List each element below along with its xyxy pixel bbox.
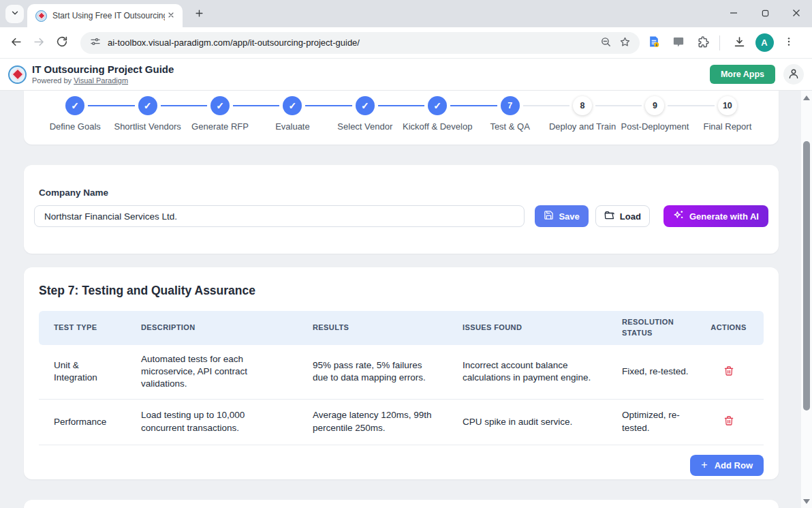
scroll-down-button[interactable] — [801, 496, 812, 507]
extensions-button[interactable] — [693, 33, 713, 53]
step-circle: ✓ — [210, 96, 230, 115]
col-header-actions: ACTIONS — [693, 311, 764, 345]
reload-button[interactable] — [50, 31, 74, 55]
trash-icon — [723, 368, 734, 378]
stepper-step-define-goals[interactable]: ✓ Define Goals — [39, 96, 111, 132]
stepper-step-final-report[interactable]: 10 Final Report — [691, 96, 764, 132]
trash-icon — [723, 418, 734, 428]
scroll-up-button[interactable] — [801, 92, 812, 103]
cell-description[interactable]: Automated tests for each microservice, A… — [141, 353, 284, 391]
window-minimize-button[interactable] — [718, 0, 749, 27]
zoom-out-page-button[interactable] — [596, 33, 615, 53]
powered-by: Powered by Visual Paradigm — [32, 76, 174, 85]
step-label: Post-Deployment — [619, 121, 691, 132]
step-label: Test & QA — [473, 121, 546, 132]
arrow-right-icon — [33, 35, 46, 50]
cell-issues-found[interactable]: CPU spike in audit service. — [463, 416, 593, 428]
plus-icon — [194, 8, 204, 20]
docs-extension-button[interactable] — [644, 33, 664, 53]
toolbar-divider — [719, 35, 720, 50]
stepper-step-evaluate[interactable]: ✓ Evaluate — [256, 96, 328, 132]
url-bar[interactable]: ai-toolbox.visual-paradigm.com/app/it-ou… — [80, 32, 640, 54]
browser-toolbar: ai-toolbox.visual-paradigm.com/app/it-ou… — [0, 27, 812, 58]
stepper-step-select-vendor[interactable]: ✓ Select Vendor — [329, 96, 401, 132]
check-icon: ✓ — [433, 100, 441, 111]
stepper-step-kickoff-develop[interactable]: ✓ Kickoff & Develop — [401, 96, 473, 132]
step-circle: ✓ — [356, 96, 375, 115]
step7-card: Step 7: Testing and Quality Assurance TE… — [24, 267, 779, 479]
cell-results[interactable]: 95% pass rate, 5% failures due to data m… — [313, 359, 434, 384]
new-tab-button[interactable] — [191, 6, 207, 23]
stepper-card: ✓ Define Goals ✓ Shortlist Vendors ✓ Gen… — [24, 91, 779, 145]
step-circle: ✓ — [428, 96, 447, 115]
stepper-step-post-deployment[interactable]: 9 Post-Deployment — [619, 96, 691, 132]
downloads-button[interactable] — [729, 33, 749, 53]
step-label: Evaluate — [256, 121, 328, 132]
load-button[interactable]: Load — [595, 205, 650, 227]
step-circle: ✓ — [283, 96, 302, 115]
stepper-step-test-qa[interactable]: 7 Test & QA — [473, 96, 546, 132]
page-scrollbar[interactable] — [801, 91, 812, 508]
chat-extension-button[interactable] — [668, 33, 689, 53]
puzzle-icon — [697, 35, 710, 50]
step7-title: Step 7: Testing and Quality Assurance — [39, 284, 764, 298]
cell-description[interactable]: Load testing up to 10,000 concurrent tra… — [141, 409, 284, 434]
col-header-test-type: TEST TYPE — [39, 311, 126, 345]
step-label: Generate RFP — [184, 121, 256, 132]
cell-test-type[interactable]: Performance — [54, 416, 112, 428]
browser-window: Start Using Free IT Outsourcing — [0, 0, 812, 508]
load-button-label: Load — [620, 211, 641, 222]
forward-button[interactable] — [27, 31, 50, 55]
visual-paradigm-link[interactable]: Visual Paradigm — [74, 76, 128, 85]
browser-menu-button[interactable] — [779, 33, 799, 53]
save-button[interactable]: Save — [535, 205, 588, 227]
browser-tab[interactable]: Start Using Free IT Outsourcing — [27, 4, 183, 27]
cell-issues-found[interactable]: Incorrect account balance calculations i… — [463, 359, 593, 384]
check-icon: ✓ — [216, 100, 224, 111]
page-content: ✓ Define Goals ✓ Shortlist Vendors ✓ Gen… — [0, 91, 801, 508]
window-close-button[interactable] — [781, 0, 812, 27]
scrollbar-thumb[interactable] — [803, 141, 810, 410]
magnifier-minus-icon — [600, 36, 612, 50]
stepper-step-deploy-and-train[interactable]: 8 Deploy and Train — [546, 96, 619, 132]
stepper-step-shortlist-vendors[interactable]: ✓ Shortlist Vendors — [111, 96, 183, 132]
tab-strip: Start Using Free IT Outsourcing — [0, 0, 812, 27]
cell-results[interactable]: Average latency 120ms, 99th percentile 2… — [313, 409, 434, 434]
next-section-card — [24, 500, 779, 508]
tab-close-button[interactable] — [165, 10, 177, 22]
step-circle: 9 — [645, 96, 664, 115]
close-icon — [792, 9, 800, 19]
project-stepper: ✓ Define Goals ✓ Shortlist Vendors ✓ Gen… — [39, 96, 764, 132]
step-number: 9 — [653, 101, 657, 110]
col-header-description: DESCRIPTION — [126, 311, 298, 345]
folder-icon — [604, 210, 615, 223]
bookmark-button[interactable] — [615, 33, 634, 53]
generate-with-ai-button[interactable]: Generate with AI — [663, 205, 768, 227]
step-circle: ✓ — [65, 96, 84, 115]
person-icon — [787, 68, 800, 82]
stepper-step-generate-rfp[interactable]: ✓ Generate RFP — [184, 96, 256, 132]
cell-resolution-status[interactable]: Optimized, re-tested. — [622, 409, 691, 434]
cell-resolution-status[interactable]: Fixed, re-tested. — [622, 365, 691, 378]
step-label: Deploy and Train — [546, 121, 619, 132]
add-row-label: Add Row — [715, 460, 753, 470]
check-icon: ✓ — [144, 100, 152, 111]
back-button[interactable] — [4, 31, 27, 55]
app-favicon-icon — [35, 10, 47, 22]
tab-search-button[interactable] — [5, 5, 24, 23]
cell-test-type[interactable]: Unit & Integration — [54, 359, 112, 384]
profile-button[interactable]: A — [754, 33, 775, 53]
add-row-button[interactable]: + Add Row — [690, 455, 764, 476]
step-number: 10 — [723, 101, 732, 110]
site-settings-icon[interactable] — [90, 36, 101, 50]
delete-row-button[interactable] — [721, 363, 737, 381]
company-name-input[interactable] — [34, 205, 525, 227]
window-maximize-button[interactable] — [749, 0, 781, 27]
delete-row-button[interactable] — [721, 413, 737, 431]
step-label: Kickoff & Develop — [401, 121, 473, 132]
star-icon — [619, 36, 631, 50]
account-button[interactable] — [783, 64, 804, 85]
col-header-results: RESULTS — [298, 311, 448, 345]
more-apps-button[interactable]: More Apps — [710, 65, 775, 84]
step-label: Define Goals — [39, 121, 111, 132]
